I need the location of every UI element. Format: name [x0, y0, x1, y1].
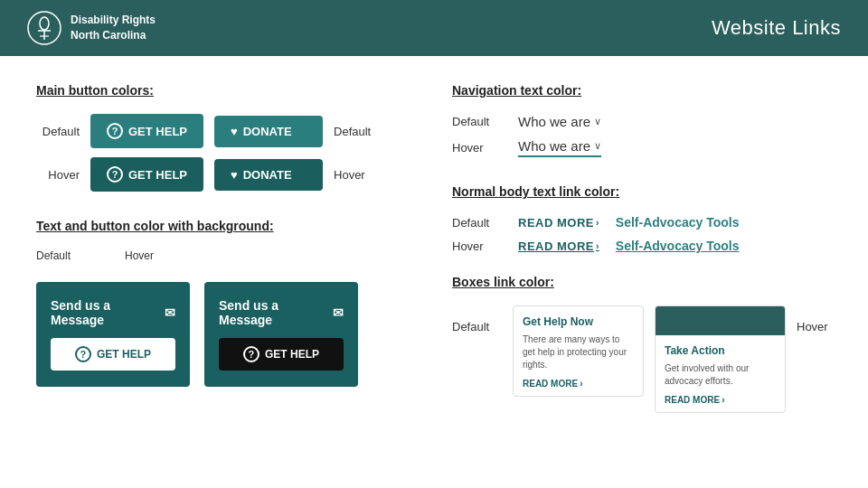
donate-hover-button[interactable]: ♥ DONATE — [214, 159, 323, 191]
nav-text-hover: Who we are ∨ — [518, 138, 601, 157]
donate-default-button[interactable]: ♥ DONATE — [214, 116, 323, 147]
card1-text: There are many ways to get help in prote… — [523, 333, 634, 371]
box-heading-hover: Send us a Message ✉ — [219, 298, 344, 327]
card2-title: Take Action — [665, 344, 776, 357]
get-help-default-button[interactable]: ? GET HELP — [90, 114, 203, 148]
card1-link[interactable]: READ MORE › — [523, 379, 634, 389]
teal-box-hover: Send us a Message ✉ ? GET HELP — [204, 282, 358, 387]
default-label-right: Default — [334, 125, 377, 138]
boxes-default-label: Default — [452, 305, 502, 333]
card1-chevron: › — [580, 379, 582, 389]
page-title: Website Links — [712, 16, 841, 40]
get-help-hover-button[interactable]: ? GET HELP — [90, 157, 203, 192]
self-advocacy-default: Self-Advocacy Tools — [616, 215, 740, 230]
nav-hover-row: Hover Who we are ∨ — [452, 138, 832, 157]
self-advocacy-hover: Self-Advocacy Tools — [616, 239, 740, 253]
main-buttons-title: Main button colors: — [36, 83, 416, 98]
nav-title: Navigation text color: — [452, 83, 832, 98]
bg-section-title: Text and button color with background: — [36, 219, 416, 233]
boxes-link-title: Boxes link color: — [452, 275, 832, 289]
card1-title: Get Help Now — [523, 315, 634, 328]
teal-box-default: Send us a Message ✉ ? GET HELP — [36, 282, 190, 387]
nav-section: Navigation text color: Default Who we ar… — [452, 83, 832, 157]
get-help-card-body: Get Help Now There are many ways to get … — [514, 306, 643, 396]
heart-icon-hover: ♥ — [231, 168, 238, 182]
link-default-row: Default READ MORE › Self-Advocacy Tools — [452, 215, 832, 230]
link-section: Normal body text link color: Default REA… — [452, 184, 832, 253]
card2-text: Get involved with our advocacy efforts. — [665, 362, 776, 388]
default-sublabel: Default — [36, 249, 71, 262]
take-action-card-default: Take Action Get involved with our advoca… — [655, 305, 786, 413]
hover-button-row: Hover ? GET HELP ♥ DONATE Hover — [36, 157, 416, 192]
card2-header-img — [656, 306, 785, 335]
chevron-right-hover: › — [596, 241, 599, 251]
email-icon-default: ✉ — [165, 305, 175, 320]
inner-get-help-hover[interactable]: ? GET HELP — [219, 338, 344, 371]
read-more-default-button[interactable]: READ MORE › — [518, 216, 599, 230]
header: Disability Rights North Carolina Website… — [0, 0, 868, 56]
hover-label: Hover — [36, 168, 80, 182]
bg-section: Text and button color with background: D… — [36, 219, 416, 387]
logo-text: Disability Rights North Carolina — [71, 13, 156, 43]
link-default-label: Default — [452, 216, 502, 230]
hover-sublabel: Hover — [125, 249, 154, 262]
link-hover-label: Hover — [452, 239, 502, 253]
get-help-card-default: Get Help Now There are many ways to get … — [513, 305, 644, 397]
boxes-row: Default Get Help Now There are many ways… — [452, 305, 832, 413]
default-button-row: Default ? GET HELP ♥ DONATE Default — [36, 114, 416, 148]
nav-hover-label: Hover — [452, 141, 502, 155]
nav-default-row: Default Who we are ∨ — [452, 114, 832, 129]
svg-point-1 — [40, 17, 49, 30]
link-hover-row: Hover READ MORE › Self-Advocacy Tools — [452, 239, 832, 253]
hover-label-right: Hover — [334, 168, 377, 182]
default-label: Default — [36, 125, 80, 138]
boxes-link-section: Boxes link color: Default Get Help Now T… — [452, 275, 832, 413]
boxes-hover-label: Hover — [797, 305, 828, 333]
right-column: Navigation text color: Default Who we ar… — [452, 83, 832, 413]
read-more-hover-button[interactable]: READ MORE › — [518, 239, 599, 253]
question-icon-hover: ? — [107, 166, 123, 183]
box-heading-default: Send us a Message ✉ — [51, 298, 175, 327]
question-icon-inner-default: ? — [75, 346, 91, 362]
question-icon: ? — [107, 123, 123, 139]
chevron-right-default: › — [596, 218, 599, 228]
bg-boxes: Send us a Message ✉ ? GET HELP Send us a… — [36, 282, 416, 387]
email-icon-hover: ✉ — [333, 305, 344, 320]
button-rows: Default ? GET HELP ♥ DONATE Default Hove… — [36, 114, 416, 192]
heart-icon: ♥ — [231, 125, 238, 138]
logo-area: Disability Rights North Carolina — [27, 11, 156, 45]
card2-chevron: › — [722, 395, 724, 405]
nav-default-label: Default — [452, 115, 502, 128]
chevron-icon-default: ∨ — [594, 116, 601, 127]
chevron-icon-hover: ∨ — [594, 140, 601, 152]
logo-icon — [27, 11, 61, 45]
inner-get-help-default[interactable]: ? GET HELP — [51, 338, 175, 371]
nav-text-default: Who we are ∨ — [518, 114, 601, 129]
left-column: Main button colors: Default ? GET HELP ♥… — [36, 83, 416, 413]
body-link-title: Normal body text link color: — [452, 184, 832, 199]
question-icon-inner-hover: ? — [243, 346, 259, 362]
take-action-card-body: Take Action Get involved with our advoca… — [656, 335, 785, 412]
main-content: Main button colors: Default ? GET HELP ♥… — [0, 56, 868, 440]
card2-link[interactable]: READ MORE › — [665, 395, 776, 405]
